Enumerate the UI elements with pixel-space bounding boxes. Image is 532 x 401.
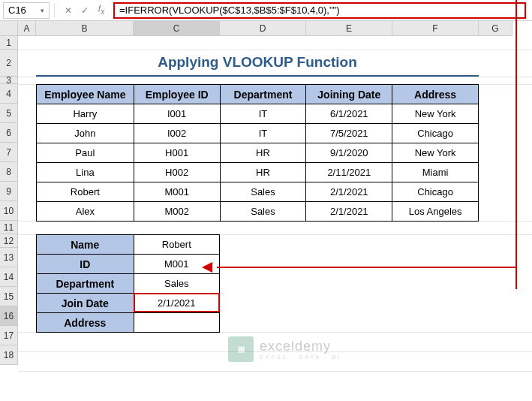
lookup-value-name[interactable]: Robert bbox=[134, 235, 219, 255]
watermark-main: exceldemy bbox=[260, 339, 341, 354]
col-header-E[interactable]: E bbox=[306, 21, 392, 36]
row-header-16[interactable]: 16 bbox=[0, 306, 18, 326]
header-id: Employee ID bbox=[134, 85, 220, 104]
row-header-17[interactable]: 17 bbox=[0, 326, 18, 345]
divider bbox=[54, 4, 55, 17]
annotation-arrow-horizontal bbox=[217, 267, 517, 268]
row-header-3[interactable]: 3 bbox=[0, 77, 18, 84]
name-box-value: C16 bbox=[8, 5, 26, 16]
table-cell-addr[interactable]: Los Angeles bbox=[392, 202, 479, 222]
col-header-B[interactable]: B bbox=[36, 21, 134, 36]
chevron-down-icon[interactable]: ▾ bbox=[41, 7, 44, 14]
lookup-label-dept: Department bbox=[37, 274, 134, 294]
table-cell-name[interactable]: Lina bbox=[37, 163, 134, 182]
watermark-icon: ⊞ bbox=[228, 336, 254, 362]
row-header-15[interactable]: 15 bbox=[0, 287, 18, 306]
col-header-A[interactable]: A bbox=[18, 21, 36, 36]
table-cell-addr[interactable]: Miami bbox=[392, 163, 479, 182]
col-header-F[interactable]: F bbox=[392, 21, 479, 36]
table-cell-addr[interactable]: Chicago bbox=[392, 182, 479, 202]
table-cell-id[interactable]: M001 bbox=[134, 182, 220, 202]
lookup-row-name: NameRobert bbox=[37, 235, 220, 255]
col-header-C[interactable]: C bbox=[134, 21, 220, 36]
row-header-18[interactable]: 18 bbox=[0, 345, 18, 365]
row-header-6[interactable]: 6 bbox=[0, 123, 18, 143]
row-header-5[interactable]: 5 bbox=[0, 104, 18, 123]
table-cell-dept[interactable]: HR bbox=[220, 143, 306, 163]
row-header-12[interactable]: 12 bbox=[0, 234, 18, 248]
row-header-10[interactable]: 10 bbox=[0, 201, 18, 221]
watermark-text: exceldemy EXCEL · DATA · BI bbox=[260, 339, 341, 360]
table-cell-dept[interactable]: HR bbox=[220, 163, 306, 182]
table-cell-join[interactable]: 6/1/2021 bbox=[306, 104, 392, 124]
col-header-D[interactable]: D bbox=[220, 21, 306, 36]
header-name: Employee Name bbox=[37, 85, 134, 104]
annotation-arrow-vertical bbox=[515, 0, 517, 289]
row-header-8[interactable]: 8 bbox=[0, 162, 18, 182]
table-cell-addr[interactable]: New York bbox=[392, 143, 479, 163]
header-join: Joining Date bbox=[306, 85, 392, 104]
table-row: AlexM002Sales2/1/2021Los Angeles bbox=[37, 202, 479, 222]
row-header-7[interactable]: 7 bbox=[0, 143, 18, 162]
header-dept: Department bbox=[220, 85, 306, 104]
table-row: HarryI001IT6/1/2021New York bbox=[37, 104, 479, 124]
employee-table: Employee Name Employee ID Department Joi… bbox=[36, 84, 479, 222]
spreadsheet-grid: A B C D E F G 1 2 3 4 5 6 7 8 9 10 11 12… bbox=[0, 21, 532, 36]
lookup-label-name: Name bbox=[37, 235, 134, 255]
table-cell-dept[interactable]: Sales bbox=[220, 182, 306, 202]
row-header-14[interactable]: 14 bbox=[0, 267, 18, 287]
table-cell-id[interactable]: I001 bbox=[134, 104, 220, 124]
accept-icon[interactable]: ✓ bbox=[77, 3, 92, 18]
row-header-11[interactable]: 11 bbox=[0, 221, 18, 234]
table-cell-name[interactable]: Alex bbox=[37, 202, 134, 222]
table-cell-id[interactable]: H002 bbox=[134, 163, 220, 182]
table-header-row: Employee Name Employee ID Department Joi… bbox=[37, 85, 479, 104]
row-header-9[interactable]: 9 bbox=[0, 182, 18, 201]
table-row: LinaH002HR2/11/2021Miami bbox=[37, 163, 479, 182]
table-cell-id[interactable]: I002 bbox=[134, 124, 220, 143]
table-cell-name[interactable]: John bbox=[37, 124, 134, 143]
table-cell-addr[interactable]: Chicago bbox=[392, 124, 479, 143]
formula-bar-icons: ✕ ✓ fx bbox=[61, 3, 109, 18]
lookup-label-addr: Address bbox=[37, 313, 134, 333]
lookup-label-join: Join Date bbox=[37, 294, 134, 313]
row-header-4[interactable]: 4 bbox=[0, 84, 18, 104]
table-cell-join[interactable]: 2/1/2021 bbox=[306, 182, 392, 202]
row-header-1[interactable]: 1 bbox=[0, 36, 18, 50]
lookup-value-addr[interactable] bbox=[134, 313, 219, 333]
header-addr: Address bbox=[392, 85, 479, 104]
table-cell-join[interactable]: 9/1/2020 bbox=[306, 143, 392, 163]
table-row: RobertM001Sales2/1/2021Chicago bbox=[37, 182, 479, 202]
name-box[interactable]: C16 ▾ bbox=[3, 2, 50, 19]
formula-text: =IFERROR(VLOOKUP($C$13,$B$5:$F$10,4,0),"… bbox=[119, 5, 340, 16]
table-cell-join[interactable]: 2/11/2021 bbox=[306, 163, 392, 182]
lookup-row-id: IDM001 bbox=[37, 255, 220, 274]
table-cell-id[interactable]: M002 bbox=[134, 202, 220, 222]
formula-bar: C16 ▾ ✕ ✓ fx =IFERROR(VLOOKUP($C$13,$B$5… bbox=[0, 0, 532, 21]
table-cell-join[interactable]: 7/5/2021 bbox=[306, 124, 392, 143]
select-all-corner[interactable] bbox=[0, 21, 18, 36]
table-cell-name[interactable]: Harry bbox=[37, 104, 134, 124]
table-cell-join[interactable]: 2/1/2021 bbox=[306, 202, 392, 222]
table-cell-dept[interactable]: IT bbox=[220, 124, 306, 143]
formula-input[interactable]: =IFERROR(VLOOKUP($C$13,$B$5:$F$10,4,0),"… bbox=[113, 2, 526, 19]
table-cell-addr[interactable]: New York bbox=[392, 104, 479, 124]
row-header-13[interactable]: 13 bbox=[0, 248, 18, 267]
table-row: JohnI002IT7/5/2021Chicago bbox=[37, 124, 479, 143]
table-cell-dept[interactable]: IT bbox=[220, 104, 306, 124]
table-cell-id[interactable]: H001 bbox=[134, 143, 220, 163]
table-cell-name[interactable]: Paul bbox=[37, 143, 134, 163]
cancel-icon[interactable]: ✕ bbox=[61, 3, 76, 18]
col-header-G[interactable]: G bbox=[479, 21, 512, 36]
table-cell-name[interactable]: Robert bbox=[37, 182, 134, 202]
table-cell-dept[interactable]: Sales bbox=[220, 202, 306, 222]
lookup-table: NameRobert IDM001 DepartmentSales Join D… bbox=[36, 234, 220, 333]
row-header-2[interactable]: 2 bbox=[0, 50, 18, 77]
row-headers: 1 2 3 4 5 6 7 8 9 10 11 12 13 14 15 16 1… bbox=[0, 36, 18, 365]
lookup-row-join: Join Date2/1/2021 bbox=[37, 294, 220, 313]
lookup-value-join[interactable]: 2/1/2021 bbox=[134, 294, 219, 313]
lookup-row-addr: Address bbox=[37, 313, 220, 333]
column-headers: A B C D E F G bbox=[18, 21, 512, 36]
lookup-value-dept[interactable]: Sales bbox=[134, 274, 219, 294]
fx-icon[interactable]: fx bbox=[94, 3, 109, 18]
